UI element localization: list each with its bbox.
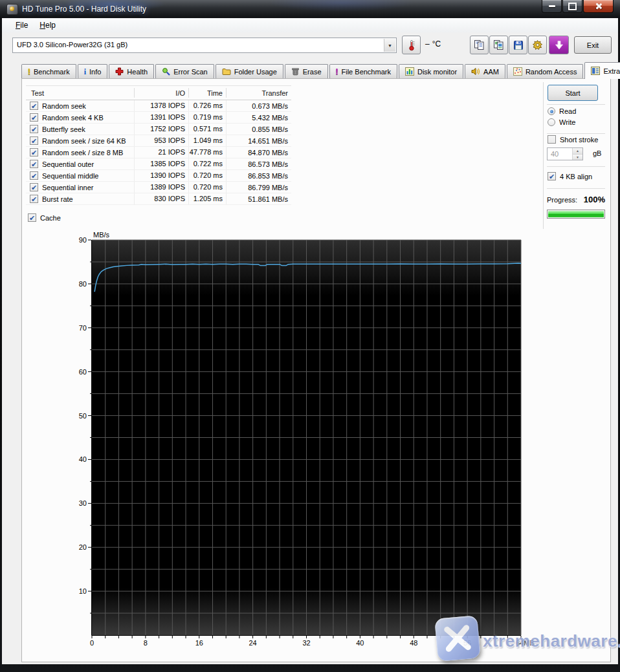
client-area: File Help UFD 3.0 Silicon-Power32G (31 g…: [2, 18, 618, 664]
tab-label: Folder Usage: [234, 68, 277, 76]
tab-info[interactable]: i Info: [78, 64, 108, 78]
row-checkbox[interactable]: ✔: [30, 148, 38, 157]
close-button[interactable]: [583, 0, 614, 13]
io-value: 1378 IOPS: [135, 100, 189, 111]
separator: [547, 104, 605, 105]
io-value: 1752 IOPS: [135, 124, 189, 135]
tab-folder-usage[interactable]: Folder Usage: [216, 64, 283, 78]
exit-button[interactable]: Exit: [574, 36, 612, 54]
separator: [547, 133, 605, 134]
row-checkbox[interactable]: ✔: [30, 171, 38, 180]
extra-tests-icon: [591, 67, 600, 75]
transfer-rate-chart: 0816243240485664MB908070605040302010MB/s: [61, 229, 553, 653]
tab-aam[interactable]: AAM: [465, 64, 505, 78]
transfer-value: 51.861 MB/s: [227, 195, 291, 203]
test-name: Butterfly seek: [42, 125, 85, 133]
tab-erase[interactable]: Erase: [285, 64, 328, 78]
tab-health[interactable]: Health: [109, 64, 154, 78]
thermometer-icon: [406, 39, 417, 51]
save-button[interactable]: [509, 36, 527, 54]
checkmark-icon: ✔: [31, 161, 37, 168]
svg-text:56: 56: [463, 639, 471, 647]
header-transfer: Transfer: [227, 88, 291, 98]
svg-text:20: 20: [79, 543, 87, 551]
cache-option[interactable]: ✔ Cache: [28, 213, 61, 222]
time-value: 47.778 ms: [189, 147, 227, 158]
spinner-down-icon[interactable]: ▼: [573, 155, 582, 160]
temperature-value: –: [425, 39, 430, 49]
tab-label: File Benchmark: [342, 68, 391, 76]
checkmark-icon: ✔: [31, 149, 37, 156]
write-radio[interactable]: [548, 118, 555, 126]
svg-text:90: 90: [79, 236, 87, 244]
row-checkbox[interactable]: ✔: [30, 183, 38, 191]
svg-text:80: 80: [79, 280, 87, 288]
results-table: Test I/O Time Transfer ✔Random seek 1378…: [26, 85, 291, 205]
minimize-icon: [549, 5, 555, 7]
row-checkbox[interactable]: ✔: [30, 113, 38, 122]
header-test: Test: [26, 88, 135, 98]
tab-disk-monitor[interactable]: Disk monitor: [399, 64, 463, 78]
test-name: Random seek: [42, 102, 86, 110]
start-button[interactable]: Start: [548, 85, 598, 101]
tab-random-access[interactable]: Random Access: [507, 64, 583, 78]
copy-text-button[interactable]: [470, 36, 489, 54]
read-option[interactable]: Read: [548, 107, 576, 115]
tab-label: Disk monitor: [417, 68, 457, 76]
transfer-value: 14.651 MB/s: [227, 137, 291, 145]
row-checkbox[interactable]: ✔: [30, 102, 38, 110]
options-button[interactable]: [528, 36, 547, 54]
checkmark-icon: ✔: [31, 184, 37, 191]
separator: [547, 188, 605, 189]
align-label: 4 KB align: [560, 173, 592, 180]
svg-text:60: 60: [79, 368, 87, 376]
time-value: 1.205 ms: [189, 193, 227, 204]
table-row: ✔Sequential inner 1389 IOPS 0.720 ms 86.…: [26, 182, 291, 193]
update-button[interactable]: [549, 36, 569, 54]
short-stroke-option[interactable]: Short stroke: [548, 135, 598, 144]
tab-label: Extra tests: [603, 67, 620, 75]
drive-selector[interactable]: UFD 3.0 Silicon-Power32G (31 gB) ▼: [12, 38, 397, 53]
checkmark-icon: ✔: [31, 126, 37, 133]
svg-text:24: 24: [249, 639, 257, 647]
chart-canvas: 0816243240485664MB908070605040302010MB/s: [61, 229, 553, 653]
align-option[interactable]: ✔ 4 KB align: [548, 172, 592, 180]
row-checkbox[interactable]: ✔: [30, 195, 38, 203]
short-stroke-size-input[interactable]: 40 ▲ ▼: [547, 147, 583, 160]
tab-error-scan[interactable]: Error Scan: [155, 64, 214, 78]
menu-help[interactable]: Help: [34, 19, 61, 32]
row-checkbox[interactable]: ✔: [30, 160, 38, 168]
tab-benchmark[interactable]: ! Benchmark: [21, 64, 76, 78]
test-name: Random seek / size 8 MB: [42, 149, 123, 157]
table-row: ✔Sequential outer 1385 IOPS 0.722 ms 86.…: [26, 158, 291, 170]
menu-file[interactable]: File: [10, 19, 34, 32]
chevron-down-icon[interactable]: ▼: [384, 39, 395, 52]
extra-tests-page: Test I/O Time Transfer ✔Random seek 1378…: [21, 78, 611, 662]
align-checkbox[interactable]: ✔: [548, 172, 556, 180]
progress-value: 100%: [547, 195, 605, 204]
download-arrow-icon: [554, 40, 564, 50]
tab-file-benchmark[interactable]: ! File Benchmark: [329, 64, 397, 78]
cache-checkbox[interactable]: ✔: [28, 213, 36, 222]
read-radio[interactable]: [548, 107, 555, 115]
tab-label: Error Scan: [173, 68, 208, 76]
write-option[interactable]: Write: [548, 118, 575, 126]
temperature-button[interactable]: [402, 36, 421, 54]
io-value: 21 IOPS: [135, 147, 189, 158]
copy-icon: [474, 39, 485, 50]
io-value: 830 IOPS: [135, 193, 189, 204]
tab-extra-tests[interactable]: Extra tests: [584, 62, 620, 79]
time-value: 0.720 ms: [189, 182, 227, 193]
transfer-value: 5.432 MB/s: [227, 114, 291, 122]
time-value: 0.722 ms: [189, 158, 227, 169]
minimize-button[interactable]: [542, 0, 562, 13]
speaker-icon: [471, 67, 480, 76]
row-checkbox[interactable]: ✔: [30, 125, 38, 133]
copy-image-button[interactable]: [489, 36, 508, 54]
read-label: Read: [559, 107, 576, 115]
spinner[interactable]: ▲ ▼: [572, 148, 582, 160]
short-stroke-checkbox[interactable]: [548, 135, 556, 144]
maximize-button[interactable]: [562, 0, 582, 13]
spinner-up-icon[interactable]: ▲: [573, 148, 582, 155]
row-checkbox[interactable]: ✔: [30, 136, 38, 145]
